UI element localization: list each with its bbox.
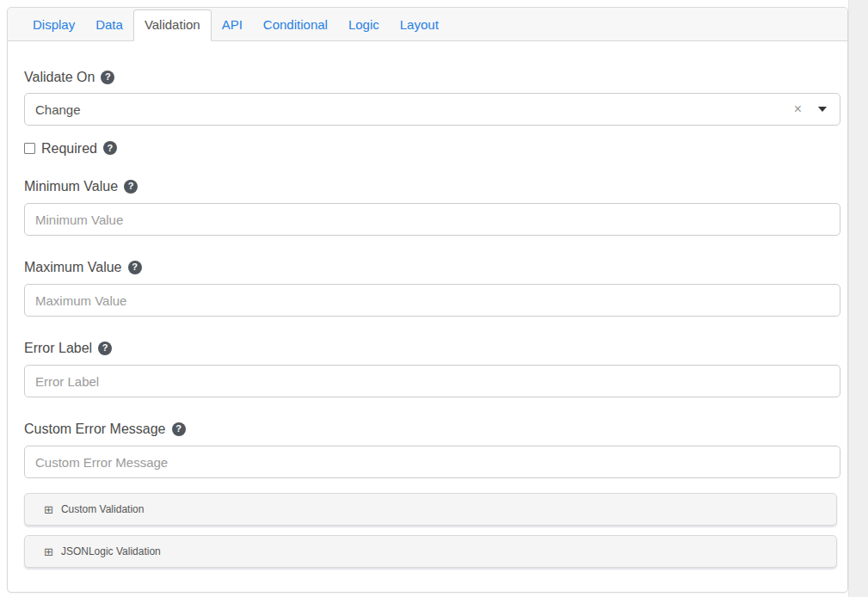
scrollbar-track[interactable] bbox=[848, 0, 868, 597]
help-icon[interactable]: ? bbox=[124, 180, 138, 194]
validate-on-select[interactable]: Change × bbox=[24, 93, 840, 126]
help-icon[interactable]: ? bbox=[103, 141, 117, 155]
required-row: Required ? bbox=[24, 140, 840, 156]
jsonlogic-validation-panel-toggle[interactable]: ⊞ JSONLogic Validation bbox=[24, 535, 837, 568]
minimum-value-label: Minimum Value ? bbox=[24, 178, 840, 194]
minimum-value-input[interactable] bbox=[24, 203, 840, 236]
tab-conditional[interactable]: Conditional bbox=[253, 9, 338, 40]
tab-validation[interactable]: Validation bbox=[133, 9, 212, 41]
custom-error-message-label: Custom Error Message ? bbox=[24, 421, 840, 437]
expand-icon: ⊞ bbox=[44, 546, 53, 557]
help-icon[interactable]: ? bbox=[101, 71, 114, 84]
required-checkbox[interactable] bbox=[24, 143, 35, 154]
error-label-label: Error Label ? bbox=[24, 340, 840, 356]
validate-on-label-text: Validate On bbox=[24, 69, 95, 85]
validate-on-selected-value: Change bbox=[35, 102, 794, 117]
custom-validation-panel-toggle[interactable]: ⊞ Custom Validation bbox=[24, 493, 837, 526]
error-label-label-text: Error Label bbox=[24, 340, 92, 356]
tab-logic[interactable]: Logic bbox=[338, 9, 390, 40]
maximum-value-label: Maximum Value ? bbox=[24, 259, 840, 275]
validate-on-label: Validate On ? bbox=[24, 69, 840, 85]
jsonlogic-validation-panel-label: JSONLogic Validation bbox=[61, 545, 161, 557]
validation-tab-content: Validate On ? Change × Required ? Minimu… bbox=[8, 41, 847, 568]
help-icon[interactable]: ? bbox=[98, 342, 112, 355]
required-label-text: Required bbox=[41, 140, 97, 157]
expand-icon: ⊞ bbox=[44, 504, 53, 515]
help-icon[interactable]: ? bbox=[172, 422, 186, 436]
clear-icon[interactable]: × bbox=[794, 102, 802, 116]
settings-panel: Display Data Validation API Conditional … bbox=[7, 7, 848, 593]
chevron-down-icon[interactable] bbox=[818, 107, 827, 112]
help-icon[interactable]: ? bbox=[128, 261, 142, 274]
tab-layout[interactable]: Layout bbox=[390, 9, 449, 40]
tab-bar: Display Data Validation API Conditional … bbox=[8, 8, 847, 41]
tab-data[interactable]: Data bbox=[85, 9, 133, 40]
tab-api[interactable]: API bbox=[212, 9, 253, 40]
custom-validation-panel-label: Custom Validation bbox=[61, 503, 145, 515]
tab-display[interactable]: Display bbox=[22, 9, 85, 40]
maximum-value-input[interactable] bbox=[24, 284, 840, 317]
maximum-value-label-text: Maximum Value bbox=[24, 259, 122, 275]
custom-error-message-label-text: Custom Error Message bbox=[24, 421, 166, 437]
minimum-value-label-text: Minimum Value bbox=[24, 178, 118, 194]
error-label-input[interactable] bbox=[24, 365, 840, 397]
custom-error-message-input[interactable] bbox=[24, 446, 840, 478]
required-label[interactable]: Required ? bbox=[41, 140, 117, 157]
